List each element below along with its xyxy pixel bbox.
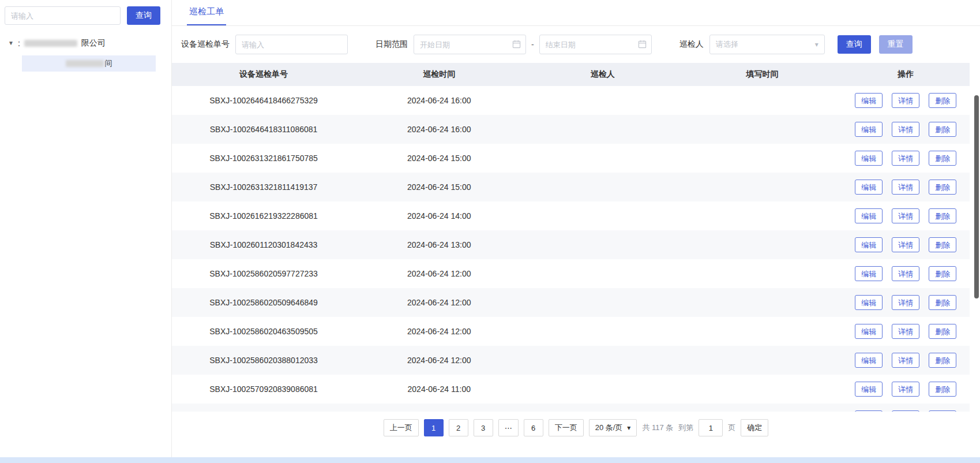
delete-button[interactable]: 删除 (929, 151, 956, 166)
sidebar-search-input[interactable] (5, 6, 121, 25)
page-size-value: 20 条/页 (595, 423, 623, 433)
edit-button[interactable]: 编辑 (855, 122, 883, 137)
order-no-input[interactable] (235, 35, 348, 54)
cell-inspect-time: 2024-06-24 12:00 (355, 327, 523, 336)
delete-button[interactable]: 删除 (929, 208, 956, 223)
page-button-2[interactable]: 2 (449, 419, 468, 436)
page-button-6[interactable]: 6 (524, 419, 543, 436)
edit-button[interactable]: 编辑 (855, 324, 883, 339)
delete-button[interactable]: 删除 (929, 93, 956, 108)
cell-inspect-time: 2024-06-24 15:00 (355, 182, 523, 192)
table-row: SBXJ-1002631321811419137 2024-06-24 15:0… (172, 173, 970, 201)
page-button-3[interactable]: 3 (474, 419, 493, 436)
goto-page-input[interactable] (699, 419, 723, 436)
pagination: 上一页 123⋯6 下一页 20 条/页 ▾ 共 117 条 到第 页 确定 (172, 419, 980, 436)
cell-order-no: SBXJ-1002586020463509505 (172, 327, 355, 336)
edit-button[interactable]: 编辑 (855, 208, 883, 223)
filter-actions: 查询 重置 (838, 35, 913, 54)
delete-button[interactable]: 删除 (929, 295, 956, 310)
order-no-label: 设备巡检单号 (181, 39, 230, 50)
edit-button[interactable]: 编辑 (855, 180, 883, 195)
details-button[interactable]: 详情 (892, 295, 919, 310)
sidebar-search-button[interactable]: 查询 (127, 6, 160, 25)
delete-button[interactable]: 删除 (929, 266, 956, 281)
edit-button[interactable]: 编辑 (855, 295, 883, 310)
end-date-input[interactable] (539, 35, 652, 54)
cell-inspect-time: 2024-06-24 12:00 (355, 356, 523, 365)
details-button[interactable]: 详情 (892, 353, 919, 368)
tree-child-node-selected[interactable]: 间 (22, 55, 156, 72)
date-range-label: 日期范围 (376, 39, 408, 50)
delete-button[interactable]: 删除 (929, 410, 956, 412)
details-button[interactable]: 详情 (892, 93, 919, 108)
table-row: SBXJ-1002586020388012033 2024-06-24 12:0… (172, 346, 970, 375)
delete-button[interactable]: 删除 (929, 382, 956, 397)
cell-order-no: SBXJ-1002570920839086081 (172, 384, 355, 394)
edit-button[interactable]: 编辑 (855, 151, 883, 166)
delete-button[interactable]: 删除 (929, 122, 956, 137)
tab-inspection-workorder[interactable]: 巡检工单 (187, 6, 226, 25)
details-button[interactable]: 详情 (892, 266, 919, 281)
inspector-select[interactable]: 请选择 ▾ (709, 35, 825, 54)
query-button[interactable]: 查询 (838, 35, 871, 54)
cell-order-no: SBXJ-1002646418311086081 (172, 125, 355, 134)
delete-button[interactable]: 删除 (929, 180, 956, 195)
edit-button[interactable]: 编辑 (855, 266, 883, 281)
total-count-label: 共 117 条 (642, 423, 673, 433)
details-button[interactable]: 详情 (892, 237, 919, 252)
edit-button[interactable]: 编辑 (855, 410, 883, 412)
details-button[interactable]: 详情 (892, 151, 919, 166)
edit-button[interactable]: 编辑 (855, 237, 883, 252)
cell-inspect-time: 2024-06-24 16:00 (355, 96, 523, 105)
details-button[interactable]: 详情 (892, 382, 919, 397)
sidebar-search-bar: 查询 (5, 6, 167, 25)
cell-inspect-time: 2024-06-24 12:00 (355, 298, 523, 307)
goto-confirm-button[interactable]: 确定 (741, 419, 768, 436)
details-button[interactable]: 详情 (892, 208, 919, 223)
cell-order-no: SBXJ-1002586020597727233 (172, 269, 355, 278)
details-button[interactable]: 详情 (892, 122, 919, 137)
cell-inspect-time: 2024-06-24 11:00 (355, 384, 523, 394)
table-row: SBXJ-1002646418466275329 2024-06-24 16:0… (172, 86, 970, 115)
edit-button[interactable]: 编辑 (855, 382, 883, 397)
page-button-1[interactable]: 1 (424, 419, 444, 436)
row-actions: 编辑 详情 删除 (842, 93, 970, 108)
table-row: SBXJ-1002570920839086081 2024-06-24 11:0… (172, 375, 970, 404)
cell-order-no: SBXJ-1002646418466275329 (172, 96, 355, 105)
row-actions: 编辑 详情 删除 (842, 122, 970, 137)
details-button[interactable]: 详情 (892, 180, 919, 195)
delete-button[interactable]: 删除 (929, 324, 956, 339)
org-tree: ▼ : 限公司 间 (5, 36, 167, 72)
table-row: SBXJ-1002616219322286081 2024-06-24 14:0… (172, 201, 970, 230)
col-header-order-no: 设备巡检单号 (172, 69, 355, 80)
delete-button[interactable]: 删除 (929, 237, 956, 252)
row-actions: 编辑 详情 删除 (842, 180, 970, 195)
prev-page-button[interactable]: 上一页 (384, 419, 419, 436)
tree-root-prefix: : (18, 39, 20, 48)
cell-inspect-time: 2024-06-24 13:00 (355, 240, 523, 249)
tree-root-node[interactable]: ▼ : 限公司 (5, 36, 167, 50)
date-separator: - (531, 40, 534, 49)
goto-suffix-label: 页 (728, 423, 735, 433)
page-ellipsis-button[interactable]: ⋯ (498, 419, 519, 436)
tree-caret-down-icon[interactable]: ▼ (8, 40, 14, 46)
row-actions: 编辑 详情 删除 (842, 353, 970, 368)
cell-inspect-time: 2024-06-24 14:00 (355, 211, 523, 221)
edit-button[interactable]: 编辑 (855, 93, 883, 108)
cell-inspect-time: 2024-06-24 15:00 (355, 154, 523, 163)
vertical-scrollbar-thumb[interactable] (974, 95, 979, 298)
start-date-input[interactable] (414, 35, 526, 54)
tab-bar: 巡检工单 (172, 0, 980, 26)
table-row: SBXJ-1002646418311086081 2024-06-24 16:0… (172, 115, 970, 144)
row-actions: 编辑 详情 删除 (842, 324, 970, 339)
delete-button[interactable]: 删除 (929, 353, 956, 368)
next-page-button[interactable]: 下一页 (549, 419, 584, 436)
page-size-select[interactable]: 20 条/页 ▾ (589, 419, 637, 436)
table-header: 设备巡检单号 巡检时间 巡检人 填写时间 操作 (172, 63, 970, 86)
reset-button[interactable]: 重置 (879, 35, 913, 54)
col-header-actions: 操作 (842, 69, 970, 80)
details-button[interactable]: 详情 (892, 410, 919, 412)
inspector-select-placeholder: 请选择 (716, 39, 738, 50)
details-button[interactable]: 详情 (892, 324, 919, 339)
edit-button[interactable]: 编辑 (855, 353, 883, 368)
